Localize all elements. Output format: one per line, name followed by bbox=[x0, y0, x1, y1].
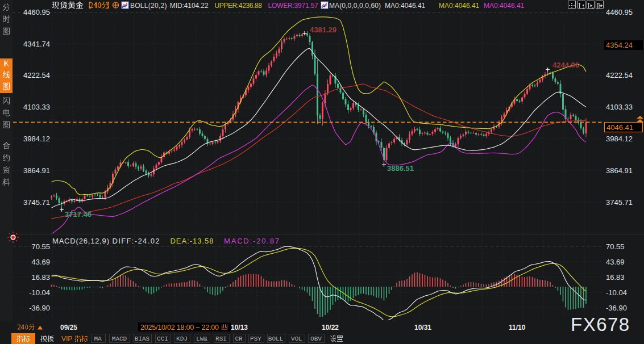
svg-text:PSY: PSY bbox=[250, 335, 261, 342]
svg-text:BOLL: BOLL bbox=[268, 335, 283, 342]
svg-text:MA0:4046.41: MA0:4046.41 bbox=[439, 2, 480, 10]
svg-text:UPPER:4236.88: UPPER:4236.88 bbox=[214, 2, 262, 10]
svg-text:4381.29: 4381.29 bbox=[310, 26, 336, 34]
svg-text:70.55: 70.55 bbox=[31, 242, 50, 251]
svg-text:10/22: 10/22 bbox=[322, 324, 339, 332]
svg-text:43.69: 43.69 bbox=[606, 258, 625, 266]
svg-text:DEA:-13.58: DEA:-13.58 bbox=[171, 237, 214, 245]
svg-text:OBV: OBV bbox=[310, 335, 322, 342]
svg-text:3864.91: 3864.91 bbox=[23, 166, 50, 175]
svg-text:MA0:4046.41: MA0:4046.41 bbox=[484, 2, 525, 10]
svg-text:4103.33: 4103.33 bbox=[23, 103, 50, 111]
svg-text:4103.33: 4103.33 bbox=[606, 103, 633, 111]
svg-text:4341.74: 4341.74 bbox=[23, 40, 50, 48]
svg-text:4046.41: 4046.41 bbox=[606, 123, 633, 132]
svg-text:RSI: RSI bbox=[215, 335, 227, 342]
svg-text:DIFF:-24.02: DIFF:-24.02 bbox=[113, 237, 160, 245]
svg-text:CR: CR bbox=[235, 335, 243, 342]
svg-text:-36.90: -36.90 bbox=[29, 304, 50, 312]
svg-text:3864.91: 3864.91 bbox=[606, 166, 633, 175]
svg-text:4354.24: 4354.24 bbox=[606, 41, 633, 49]
svg-text:10/31: 10/31 bbox=[414, 324, 431, 332]
svg-text:10/13: 10/13 bbox=[231, 324, 248, 332]
svg-text:3745.71: 3745.71 bbox=[23, 198, 50, 207]
svg-text:11/10: 11/10 bbox=[509, 324, 526, 332]
svg-text:3717.46: 3717.46 bbox=[65, 210, 92, 219]
svg-text:BIAS: BIAS bbox=[135, 335, 150, 342]
svg-text:CCI: CCI bbox=[157, 335, 168, 342]
svg-text:3984.12: 3984.12 bbox=[606, 135, 633, 143]
svg-text:09/25: 09/25 bbox=[60, 324, 77, 332]
svg-text:16.83: 16.83 bbox=[31, 273, 50, 282]
svg-text:70.55: 70.55 bbox=[606, 242, 625, 251]
svg-text:-36.90: -36.90 bbox=[606, 304, 627, 312]
svg-text:4222.54: 4222.54 bbox=[606, 71, 633, 79]
svg-text:VIP: VIP bbox=[61, 335, 72, 343]
svg-text:3745.71: 3745.71 bbox=[606, 198, 633, 207]
svg-text:VOL: VOL bbox=[291, 335, 302, 342]
svg-text:MACD: MACD bbox=[112, 335, 127, 342]
svg-text:3886.51: 3886.51 bbox=[387, 164, 414, 173]
svg-text:43.69: 43.69 bbox=[31, 258, 50, 266]
svg-text:MACD:-20.87: MACD:-20.87 bbox=[224, 237, 279, 245]
svg-text:3984.12: 3984.12 bbox=[23, 135, 50, 143]
svg-text:MA0:4046.41: MA0:4046.41 bbox=[385, 2, 426, 10]
svg-text:4222.54: 4222.54 bbox=[23, 71, 50, 79]
svg-text:16.83: 16.83 bbox=[606, 273, 625, 282]
svg-text:2025/10/02 18:00 ~ 22:00: 2025/10/02 18:00 ~ 22:00 bbox=[140, 324, 219, 332]
svg-text:MID:4104.22: MID:4104.22 bbox=[170, 2, 209, 10]
svg-text:MA(0,0,0,0,0,60): MA(0,0,0,0,0,60) bbox=[329, 2, 381, 10]
svg-text:BOLL(20,2): BOLL(20,2) bbox=[130, 2, 167, 10]
svg-text:4244.96: 4244.96 bbox=[552, 61, 579, 69]
svg-text:MACD(26,12,9): MACD(26,12,9) bbox=[52, 237, 109, 245]
svg-text:-10.04: -10.04 bbox=[29, 288, 50, 297]
svg-text:-10.04: -10.04 bbox=[606, 288, 627, 297]
svg-text:LW&: LW& bbox=[196, 335, 207, 342]
svg-text:KDJ: KDJ bbox=[176, 335, 188, 342]
svg-text:MA: MA bbox=[94, 335, 102, 342]
svg-text:LOWER:3971.57: LOWER:3971.57 bbox=[268, 2, 318, 10]
